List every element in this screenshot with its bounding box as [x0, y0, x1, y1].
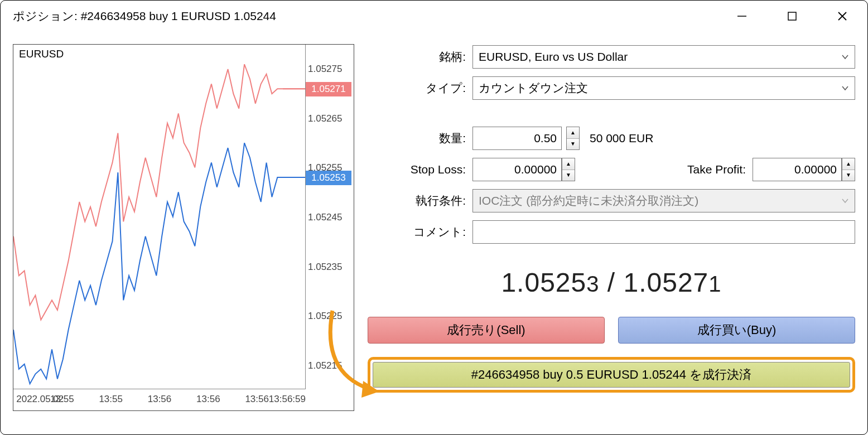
- symbol-label: 銘柄:: [368, 49, 472, 65]
- tp-label: Take Profit:: [663, 163, 753, 176]
- ask-last: 1: [708, 272, 721, 296]
- close-window-button[interactable]: [817, 1, 867, 32]
- x-tick: 13:55: [50, 394, 74, 405]
- maximize-icon: [787, 11, 798, 22]
- close-position-button[interactable]: #246634958 buy 0.5 EURUSD 1.05244 を成行決済: [373, 362, 850, 388]
- volume-label: 数量:: [368, 130, 472, 146]
- symbol-value: EURUSD, Euro vs US Dollar: [479, 50, 628, 64]
- x-tick: 13:56: [148, 394, 172, 405]
- close-position-highlight: #246634958 buy 0.5 EURUSD 1.05244 を成行決済: [368, 357, 855, 393]
- quote-display: 1.05253 / 1.05271: [368, 250, 855, 309]
- minimize-button[interactable]: [717, 1, 767, 32]
- volume-input[interactable]: [472, 127, 562, 150]
- symbol-select[interactable]: EURUSD, Euro vs US Dollar: [472, 45, 855, 69]
- svg-rect-1: [788, 12, 796, 20]
- chevron-down-icon: [841, 53, 849, 61]
- fill-label: 執行条件:: [368, 193, 472, 209]
- y-tick: 1.05225: [308, 311, 342, 322]
- quote-sep: /: [599, 268, 623, 297]
- volume-spinner[interactable]: ▲ ▼: [566, 127, 580, 150]
- comment-input[interactable]: [472, 220, 855, 244]
- chevron-down-icon: [841, 197, 849, 205]
- y-tick: 1.05245: [308, 212, 342, 223]
- type-label: タイプ:: [368, 80, 472, 96]
- sl-input[interactable]: [472, 158, 562, 181]
- titlebar: ポジション: #246634958 buy 1 EURUSD 1.05244: [1, 1, 867, 32]
- tick-chart: EURUSD 1.052751.052651.052551.052451.052…: [13, 44, 354, 411]
- close-icon: [837, 11, 848, 22]
- x-tick: 13:56:59: [269, 394, 306, 405]
- tp-input[interactable]: [753, 158, 842, 181]
- x-axis: 2022.05.0213:5513:5513:5613:5613:5613:56…: [13, 389, 306, 410]
- chevron-down-icon: [841, 84, 849, 92]
- fill-value: IOC注文 (部分約定時に未決済分取消注文): [479, 193, 698, 209]
- order-window: ポジション: #246634958 buy 1 EURUSD 1.05244 E…: [0, 0, 868, 435]
- buy-button[interactable]: 成行買い(Buy): [618, 317, 855, 344]
- spinner-up-icon[interactable]: ▲: [842, 158, 855, 170]
- chart-plot-area: [13, 45, 306, 389]
- volume-notional: 50 000 EUR: [590, 132, 653, 145]
- type-select[interactable]: カウントダウン注文: [472, 76, 855, 100]
- spinner-down-icon[interactable]: ▼: [562, 170, 575, 181]
- x-tick: 13:55: [99, 394, 123, 405]
- sl-label: Stop Loss:: [368, 163, 472, 176]
- y-axis: 1.052751.052651.052551.052451.052351.052…: [306, 45, 354, 389]
- window-title: ポジション: #246634958 buy 1 EURUSD 1.05244: [13, 8, 717, 24]
- bid-price-tag: 1.05253: [306, 171, 351, 185]
- bid-last: 3: [586, 272, 599, 296]
- type-value: カウントダウン注文: [479, 80, 588, 96]
- spinner-down-icon[interactable]: ▼: [842, 170, 855, 181]
- minimize-icon: [736, 11, 748, 22]
- x-tick: 13:56: [196, 394, 220, 405]
- spinner-up-icon[interactable]: ▲: [562, 158, 575, 170]
- fill-policy-select: IOC注文 (部分約定時に未決済分取消注文): [472, 189, 855, 212]
- window-controls: [717, 1, 867, 32]
- sl-spinner[interactable]: ▲ ▼: [562, 158, 575, 181]
- y-tick: 1.05215: [308, 360, 342, 371]
- comment-label: コメント:: [368, 224, 472, 240]
- bid-main: 1.0525: [501, 268, 586, 297]
- maximize-button[interactable]: [767, 1, 817, 32]
- order-form: 銘柄: EURUSD, Euro vs US Dollar タイプ: カウントダ…: [368, 44, 855, 424]
- ask-main: 1.0527: [624, 268, 709, 297]
- spinner-down-icon[interactable]: ▼: [567, 139, 579, 150]
- tp-spinner[interactable]: ▲ ▼: [842, 158, 855, 181]
- y-tick: 1.05235: [308, 262, 342, 273]
- y-tick: 1.05275: [308, 64, 342, 75]
- x-tick: 13:56: [245, 394, 269, 405]
- ask-price-tag: 1.05271: [306, 82, 351, 96]
- y-tick: 1.05265: [308, 113, 342, 124]
- price-lines: [13, 45, 305, 389]
- sell-button[interactable]: 成行売り(Sell): [368, 317, 605, 344]
- spinner-up-icon[interactable]: ▲: [567, 127, 579, 139]
